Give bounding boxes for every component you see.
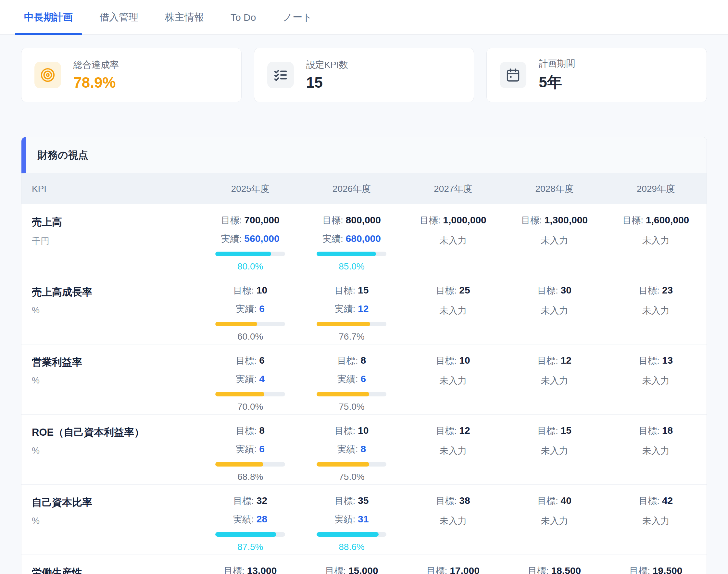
target-label: 目標: — [537, 426, 561, 436]
actual-value: 28 — [256, 514, 267, 524]
target-value: 18,500 — [551, 565, 581, 574]
not-entered-label: 未入力 — [503, 445, 605, 457]
kpi-year-cell: 目標: 10実績: 875.0% — [301, 415, 402, 484]
not-entered-label: 未入力 — [402, 515, 503, 527]
kpi-year-cell: 目標: 800,000実績: 680,00085.0% — [301, 204, 402, 274]
target-label: 目標: — [335, 496, 358, 506]
achievement-percent: 85.0% — [301, 261, 402, 272]
tab-mid-long-term-plan[interactable]: 中長期計画 — [15, 0, 82, 34]
progress-bar-fill — [317, 392, 369, 397]
kpi-year-cell: 目標: 30未入力 — [503, 274, 605, 344]
target-value: 10 — [256, 285, 267, 295]
target-value: 10 — [358, 425, 369, 436]
target-value: 8 — [360, 355, 366, 366]
card-label: 設定KPI数 — [306, 59, 348, 71]
target-label: 目標: — [236, 426, 259, 436]
not-entered-label: 未入力 — [605, 234, 706, 247]
target-value: 15 — [561, 425, 571, 436]
not-entered-label: 未入力 — [605, 375, 706, 387]
actual-line: 実績: 8 — [301, 444, 402, 454]
actual-label: 実績: — [335, 514, 358, 524]
target-value: 30 — [561, 285, 571, 295]
actual-label: 実績: — [337, 374, 361, 384]
target-label: 目標: — [639, 496, 662, 506]
target-label: 目標: — [537, 285, 561, 295]
target-value: 800,000 — [346, 215, 381, 225]
target-line: 目標: 1,000,000 — [402, 215, 503, 225]
actual-value: 680,000 — [346, 233, 381, 244]
target-label: 目標: — [521, 215, 544, 225]
kpi-year-cell: 目標: 1,000,000未入力 — [402, 204, 503, 274]
actual-value: 6 — [259, 303, 265, 314]
tab-todo[interactable]: To Do — [221, 0, 265, 34]
actual-line: 実績: 12 — [301, 304, 402, 314]
kpi-year-cell: 目標: 8実績: 668.8% — [200, 415, 301, 484]
target-label: 目標: — [629, 566, 653, 574]
not-entered-label: 未入力 — [402, 304, 503, 317]
target-label: 目標: — [335, 426, 358, 436]
progress-bar-fill — [215, 462, 264, 466]
target-label: 目標: — [639, 426, 662, 436]
progress-bar-fill — [215, 252, 271, 256]
actual-label: 実績: — [236, 444, 259, 454]
target-label: 目標: — [528, 566, 551, 574]
target-label: 目標: — [639, 356, 662, 366]
kpi-year-cell: 目標: 38未入力 — [402, 485, 503, 555]
table-header-row: KPI 2025年度 2026年度 2027年度 2028年度 2029年度 — [22, 173, 706, 204]
target-line: 目標: 1,600,000 — [605, 215, 706, 225]
kpi-year-cell: 目標: 23未入力 — [605, 274, 706, 344]
column-header-year: 2027年度 — [402, 183, 503, 195]
target-value: 8 — [259, 425, 265, 436]
target-value: 12 — [561, 355, 571, 366]
progress-bar — [317, 462, 387, 466]
actual-line: 実績: 28 — [200, 514, 301, 524]
target-value: 35 — [358, 495, 369, 506]
actual-label: 実績: — [221, 234, 244, 244]
progress-bar-fill — [317, 532, 378, 537]
kpi-unit: 千円 — [32, 235, 193, 247]
progress-bar — [215, 252, 285, 256]
tab-borrowing-management[interactable]: 借入管理 — [90, 0, 148, 34]
target-value: 19,500 — [653, 565, 683, 574]
kpi-year-cell: 目標: 40未入力 — [503, 485, 605, 555]
card-value: 15 — [306, 74, 348, 91]
target-value: 6 — [259, 355, 265, 366]
progress-bar — [317, 392, 387, 397]
progress-bar — [215, 532, 285, 537]
target-value: 13 — [662, 355, 673, 366]
target-label: 目標: — [639, 285, 662, 295]
card-value: 78.9% — [73, 74, 119, 91]
target-label: 目標: — [335, 285, 358, 295]
progress-bar-fill — [317, 322, 370, 326]
actual-value: 560,000 — [244, 233, 279, 244]
tab-shareholder-info[interactable]: 株主情報 — [156, 0, 213, 34]
section-header: 財務の視点 — [22, 137, 706, 173]
target-value: 15,000 — [349, 565, 378, 574]
achievement-percent: 75.0% — [301, 402, 402, 412]
target-label: 目標: — [233, 285, 256, 295]
tab-notes[interactable]: ノート — [273, 0, 321, 34]
card-value: 5年 — [539, 72, 575, 92]
target-value: 13,000 — [247, 565, 277, 574]
not-entered-label: 未入力 — [402, 234, 503, 247]
target-line: 目標: 8 — [200, 426, 301, 436]
achievement-percent: 76.7% — [301, 331, 402, 342]
target-label: 目標: — [436, 426, 459, 436]
actual-value: 6 — [259, 444, 265, 454]
target-value: 10 — [459, 355, 470, 366]
kpi-year-cell: 目標: 13未入力 — [605, 344, 706, 414]
target-line: 目標: 35 — [301, 496, 402, 506]
kpi-name-cell: 売上高成長率% — [22, 274, 200, 344]
achievement-percent: 60.0% — [200, 331, 301, 342]
not-entered-label: 未入力 — [503, 375, 605, 387]
kpi-year-cell: 目標: 18,500未入力 — [503, 555, 605, 574]
target-line: 目標: 32 — [200, 496, 301, 506]
target-line: 目標: 700,000 — [200, 215, 301, 225]
kpi-count-card: 設定KPI数 15 — [254, 48, 474, 102]
kpi-table-body: 売上高千円目標: 700,000実績: 560,00080.0%目標: 800,… — [22, 204, 706, 574]
target-label: 目標: — [224, 566, 247, 574]
kpi-year-cell: 目標: 25未入力 — [402, 274, 503, 344]
actual-line: 実績: 680,000 — [301, 234, 402, 244]
progress-bar — [317, 252, 387, 256]
target-label: 目標: — [337, 356, 361, 366]
